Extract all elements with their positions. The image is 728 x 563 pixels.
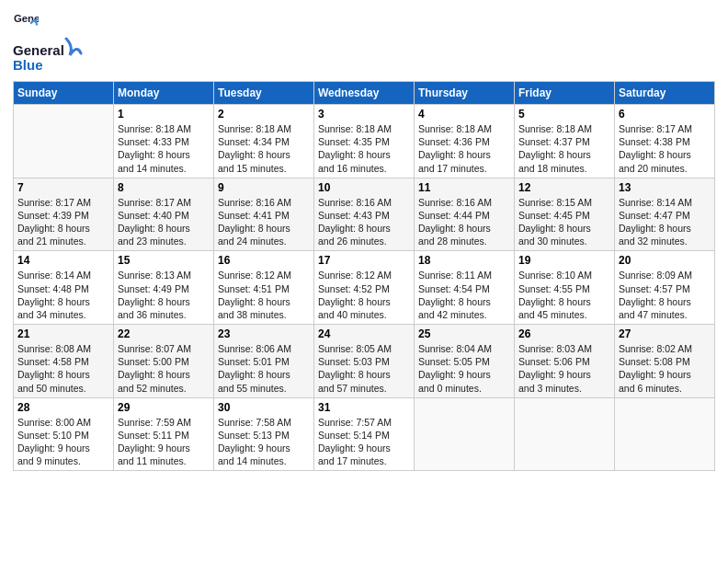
calendar-cell: 11Sunrise: 8:16 AM Sunset: 4:44 PM Dayli… — [415, 178, 515, 251]
calendar-week-1: 1Sunrise: 8:18 AM Sunset: 4:33 PM Daylig… — [14, 105, 715, 178]
weekday-monday: Monday — [114, 82, 214, 105]
calendar-cell: 22Sunrise: 8:07 AM Sunset: 5:00 PM Dayli… — [114, 325, 214, 398]
day-info: Sunrise: 8:02 AM Sunset: 5:08 PM Dayligh… — [619, 342, 711, 395]
calendar-week-3: 14Sunrise: 8:14 AM Sunset: 4:48 PM Dayli… — [14, 251, 715, 325]
calendar-cell: 25Sunrise: 8:04 AM Sunset: 5:05 PM Dayli… — [415, 325, 515, 398]
calendar-table: SundayMondayTuesdayWednesdayThursdayFrid… — [13, 81, 715, 471]
day-info: Sunrise: 8:14 AM Sunset: 4:48 PM Dayligh… — [17, 269, 109, 321]
calendar-cell: 19Sunrise: 8:10 AM Sunset: 4:55 PM Dayli… — [515, 251, 615, 325]
weekday-saturday: Saturday — [615, 82, 715, 105]
day-info: Sunrise: 8:17 AM Sunset: 4:40 PM Dayligh… — [118, 196, 210, 248]
day-number: 6 — [619, 108, 711, 121]
calendar-cell — [515, 397, 615, 471]
day-number: 29 — [118, 401, 210, 414]
day-info: Sunrise: 8:17 AM Sunset: 4:38 PM Dayligh… — [619, 122, 711, 175]
calendar-week-4: 21Sunrise: 8:08 AM Sunset: 4:58 PM Dayli… — [14, 325, 715, 398]
calendar-cell — [415, 397, 515, 471]
day-info: Sunrise: 8:17 AM Sunset: 4:39 PM Dayligh… — [17, 196, 109, 248]
day-info: Sunrise: 8:18 AM Sunset: 4:35 PM Dayligh… — [318, 122, 410, 175]
day-number: 3 — [318, 108, 410, 121]
day-info: Sunrise: 8:12 AM Sunset: 4:52 PM Dayligh… — [318, 269, 410, 321]
calendar-cell: 24Sunrise: 8:05 AM Sunset: 5:03 PM Dayli… — [314, 325, 415, 398]
day-info: Sunrise: 8:14 AM Sunset: 4:47 PM Dayligh… — [619, 196, 711, 248]
day-number: 21 — [17, 327, 109, 340]
calendar-cell: 4Sunrise: 8:18 AM Sunset: 4:36 PM Daylig… — [415, 105, 515, 178]
day-info: Sunrise: 8:11 AM Sunset: 4:54 PM Dayligh… — [418, 269, 510, 321]
day-number: 26 — [518, 327, 610, 340]
day-number: 15 — [118, 254, 210, 267]
day-number: 31 — [318, 401, 410, 414]
day-number: 8 — [118, 181, 210, 194]
day-info: Sunrise: 8:12 AM Sunset: 4:51 PM Dayligh… — [218, 269, 310, 321]
calendar-cell: 23Sunrise: 8:06 AM Sunset: 5:01 PM Dayli… — [214, 325, 314, 398]
day-info: Sunrise: 8:04 AM Sunset: 5:05 PM Dayligh… — [418, 342, 510, 395]
weekday-thursday: Thursday — [415, 82, 515, 105]
weekday-tuesday: Tuesday — [214, 82, 314, 105]
calendar-cell: 31Sunrise: 7:57 AM Sunset: 5:14 PM Dayli… — [314, 397, 415, 471]
svg-text:General: General — [13, 42, 64, 58]
day-number: 2 — [218, 108, 310, 121]
logo: General General Blue — [13, 9, 86, 74]
day-number: 13 — [619, 181, 711, 194]
day-info: Sunrise: 8:07 AM Sunset: 5:00 PM Dayligh… — [118, 342, 210, 395]
calendar-cell: 18Sunrise: 8:11 AM Sunset: 4:54 PM Dayli… — [415, 251, 515, 325]
calendar-cell: 6Sunrise: 8:17 AM Sunset: 4:38 PM Daylig… — [615, 105, 715, 178]
day-number: 5 — [518, 108, 610, 121]
day-info: Sunrise: 8:18 AM Sunset: 4:37 PM Dayligh… — [518, 122, 610, 175]
general-blue-logo: General Blue — [13, 37, 86, 74]
day-info: Sunrise: 8:16 AM Sunset: 4:43 PM Dayligh… — [318, 196, 410, 248]
calendar-cell: 15Sunrise: 8:13 AM Sunset: 4:49 PM Dayli… — [114, 251, 214, 325]
day-number: 10 — [318, 181, 410, 194]
day-info: Sunrise: 8:18 AM Sunset: 4:36 PM Dayligh… — [418, 122, 510, 175]
day-info: Sunrise: 7:58 AM Sunset: 5:13 PM Dayligh… — [218, 416, 310, 468]
day-number: 20 — [619, 254, 711, 267]
header: General General Blue — [13, 9, 715, 74]
day-info: Sunrise: 8:18 AM Sunset: 4:34 PM Dayligh… — [218, 122, 310, 175]
calendar-cell: 17Sunrise: 8:12 AM Sunset: 4:52 PM Dayli… — [314, 251, 415, 325]
calendar-cell: 27Sunrise: 8:02 AM Sunset: 5:08 PM Dayli… — [615, 325, 715, 398]
weekday-friday: Friday — [515, 82, 615, 105]
day-info: Sunrise: 8:00 AM Sunset: 5:10 PM Dayligh… — [17, 416, 109, 468]
day-number: 24 — [318, 327, 410, 340]
calendar-cell: 28Sunrise: 8:00 AM Sunset: 5:10 PM Dayli… — [14, 397, 114, 471]
day-number: 11 — [418, 181, 510, 194]
day-number: 17 — [318, 254, 410, 267]
day-number: 27 — [619, 327, 711, 340]
day-number: 4 — [418, 108, 510, 121]
weekday-sunday: Sunday — [14, 82, 114, 105]
day-number: 12 — [518, 181, 610, 194]
day-number: 16 — [218, 254, 310, 267]
calendar-cell: 20Sunrise: 8:09 AM Sunset: 4:57 PM Dayli… — [615, 251, 715, 325]
calendar-cell: 1Sunrise: 8:18 AM Sunset: 4:33 PM Daylig… — [114, 105, 214, 178]
calendar-cell: 29Sunrise: 7:59 AM Sunset: 5:11 PM Dayli… — [114, 397, 214, 471]
day-info: Sunrise: 8:08 AM Sunset: 4:58 PM Dayligh… — [17, 342, 109, 395]
day-info: Sunrise: 8:16 AM Sunset: 4:44 PM Dayligh… — [418, 196, 510, 248]
calendar-cell: 26Sunrise: 8:03 AM Sunset: 5:06 PM Dayli… — [515, 325, 615, 398]
day-number: 19 — [518, 254, 610, 267]
page-container: General General Blue SundayMondayTuesday… — [0, 0, 728, 480]
day-info: Sunrise: 8:10 AM Sunset: 4:55 PM Dayligh… — [518, 269, 610, 321]
calendar-cell: 9Sunrise: 8:16 AM Sunset: 4:41 PM Daylig… — [214, 178, 314, 251]
logo-icon: General — [13, 9, 39, 35]
calendar-week-2: 7Sunrise: 8:17 AM Sunset: 4:39 PM Daylig… — [14, 178, 715, 251]
svg-text:General: General — [14, 13, 39, 24]
calendar-cell: 8Sunrise: 8:17 AM Sunset: 4:40 PM Daylig… — [114, 178, 214, 251]
calendar-cell — [14, 105, 114, 178]
weekday-wednesday: Wednesday — [314, 82, 415, 105]
day-number: 22 — [118, 327, 210, 340]
calendar-cell: 7Sunrise: 8:17 AM Sunset: 4:39 PM Daylig… — [14, 178, 114, 251]
calendar-cell: 21Sunrise: 8:08 AM Sunset: 4:58 PM Dayli… — [14, 325, 114, 398]
weekday-header-row: SundayMondayTuesdayWednesdayThursdayFrid… — [14, 82, 715, 105]
calendar-cell: 13Sunrise: 8:14 AM Sunset: 4:47 PM Dayli… — [615, 178, 715, 251]
day-number: 23 — [218, 327, 310, 340]
day-info: Sunrise: 8:03 AM Sunset: 5:06 PM Dayligh… — [518, 342, 610, 395]
calendar-week-5: 28Sunrise: 8:00 AM Sunset: 5:10 PM Dayli… — [14, 397, 715, 471]
day-number: 9 — [218, 181, 310, 194]
day-number: 25 — [418, 327, 510, 340]
day-info: Sunrise: 8:16 AM Sunset: 4:41 PM Dayligh… — [218, 196, 310, 248]
day-info: Sunrise: 8:05 AM Sunset: 5:03 PM Dayligh… — [318, 342, 410, 395]
day-number: 28 — [17, 401, 109, 414]
day-info: Sunrise: 8:15 AM Sunset: 4:45 PM Dayligh… — [518, 196, 610, 248]
day-info: Sunrise: 8:09 AM Sunset: 4:57 PM Dayligh… — [619, 269, 711, 321]
day-info: Sunrise: 8:06 AM Sunset: 5:01 PM Dayligh… — [218, 342, 310, 395]
